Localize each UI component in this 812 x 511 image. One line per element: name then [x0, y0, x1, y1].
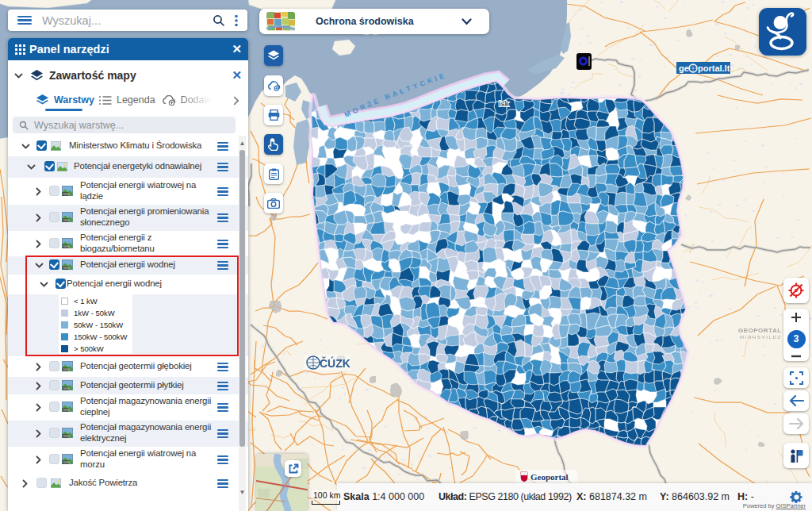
svg-text:WMS: WMS	[63, 368, 70, 371]
svg-text:WMS: WMS	[63, 435, 70, 438]
svg-text:isk: isk	[499, 100, 510, 108]
svg-text:WMS: WMS	[63, 461, 70, 464]
svg-text:GEOPORTAL: GEOPORTAL	[738, 327, 782, 334]
svg-text:ČÚZK: ČÚZK	[320, 356, 350, 370]
svg-text:WMS: WMS	[63, 387, 70, 390]
svg-text:WMS: WMS	[63, 409, 70, 412]
svg-text:WMS: WMS	[63, 219, 70, 222]
svg-text:WMS: WMS	[63, 245, 70, 248]
svg-text:portal.lt: portal.lt	[698, 63, 730, 73]
svg-text:WMS: WMS	[63, 193, 70, 196]
svg-text:M I R H S V I L D Z: M I R H S V I L D Z	[740, 335, 780, 340]
svg-text:ge: ge	[679, 63, 689, 73]
svg-text:Geoportal: Geoportal	[530, 472, 569, 482]
